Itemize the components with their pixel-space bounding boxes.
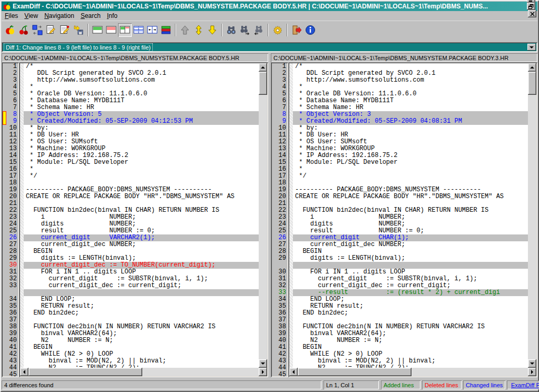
vertical-scroll-thumb[interactable] xyxy=(528,72,536,95)
show-second-pane-button[interactable] xyxy=(104,23,118,37)
toolbar-separator xyxy=(87,24,89,36)
scroll-right-button[interactable] xyxy=(528,368,536,376)
split-vertical-button[interactable] xyxy=(118,23,132,37)
compare-files-button[interactable] xyxy=(3,23,17,37)
code-line: END bin2dec; xyxy=(24,310,267,317)
binoculars-next-icon xyxy=(240,25,250,35)
menu-info[interactable]: Info xyxy=(104,12,121,20)
right-file-path: C:\DOCUME~1\ADMINI~1\LOCALS~1\Temp\DBMS_… xyxy=(271,53,537,62)
combo-dropdown-button[interactable] xyxy=(527,44,536,51)
diff-banner-text: Diff 1: Change lines 8 - 9 (left file) t… xyxy=(4,44,152,51)
scroll-left-button[interactable] xyxy=(289,368,298,376)
code-line: N2 NUMBER := N; xyxy=(293,337,536,344)
code-line: * Created/Modified: 05-SEP-2009 04:12:53… xyxy=(24,118,267,125)
horizontal-scroll-thumb[interactable] xyxy=(298,368,411,376)
scroll-up-button[interactable] xyxy=(528,63,536,72)
toolbar-separator xyxy=(175,24,176,36)
status-message: 4 differences found xyxy=(2,380,321,389)
show-first-pane-button[interactable] xyxy=(91,23,104,37)
options-button[interactable] xyxy=(271,23,285,37)
stacked-panes-icon xyxy=(161,25,171,35)
code-line: * Module: PL/SQL Developer xyxy=(24,159,267,166)
right-code-area[interactable]: /* DDL Script generated by SVCO 2.0.1 ht… xyxy=(288,62,537,377)
find-next-button[interactable] xyxy=(238,23,252,37)
four-panes-icon xyxy=(133,25,144,35)
scroll-up-button[interactable] xyxy=(259,63,267,72)
find-button[interactable] xyxy=(224,23,238,37)
left-code-area[interactable]: /* DDL Script generated by SVCO 2.0.1 ht… xyxy=(19,62,268,377)
code-line: CREATE OR REPLACE PACKAGE BODY "HR"."DBM… xyxy=(293,193,536,200)
code-line: * xyxy=(293,166,536,173)
save-differences-button[interactable] xyxy=(72,23,85,37)
horizontal-scroll-thumb[interactable] xyxy=(28,368,142,376)
fit-columns-button[interactable] xyxy=(145,23,159,37)
status-bar: 4 differences found Ln 1, Col 1 Added li… xyxy=(2,379,537,390)
exit-button[interactable] xyxy=(290,23,303,37)
code-line: */ xyxy=(24,173,267,180)
scroll-down-button[interactable] xyxy=(259,359,267,368)
code-line: END bin2dec; xyxy=(293,310,536,317)
current-diff-button[interactable] xyxy=(192,23,205,37)
legend-deleted-lines: Deleted lines xyxy=(422,380,462,389)
edit-second-file-button[interactable] xyxy=(58,23,72,37)
scroll-right-button[interactable] xyxy=(259,368,267,376)
menu-view[interactable]: View xyxy=(21,12,41,20)
swap-panes-button[interactable] xyxy=(31,23,44,37)
code-line: * Module: PL/SQL Developer xyxy=(293,159,536,166)
right-margin-strip xyxy=(289,63,293,376)
menu-bar: Files View Navigation Search Info xyxy=(2,11,537,21)
right-line-number-gutter: 1234567891011121314151617181920212223242… xyxy=(271,62,288,377)
stacked-panes-button[interactable] xyxy=(159,23,173,37)
current-diff-marker xyxy=(3,111,6,125)
scroll-left-button[interactable] xyxy=(20,368,28,376)
title-bar: ExamDiff - C:\DOCUME~1\ADMINI~1\LOCALS~1… xyxy=(2,2,537,11)
menu-files[interactable]: Files xyxy=(2,12,21,20)
line-number: 45 xyxy=(272,371,286,377)
about-button[interactable] xyxy=(303,23,317,37)
right-horizontal-scrollbar[interactable] xyxy=(289,368,536,376)
first-pane-icon xyxy=(92,25,103,35)
left-vertical-scrollbar[interactable] xyxy=(259,63,267,368)
left-margin-strip xyxy=(20,63,24,376)
left-file-path: C:\DOCUME~1\ADMINI~1\LOCALS~1\Temp\DBMS_… xyxy=(2,53,268,62)
arrow-up-disabled-icon xyxy=(180,25,190,35)
toolbar-separator xyxy=(287,24,288,36)
menu-navigation[interactable]: Navigation xyxy=(41,12,77,20)
window-title: ExamDiff - C:\DOCUME~1\ADMINI~1\LOCALS~1… xyxy=(13,3,526,10)
diff-selector-combo[interactable]: Diff 1: Change lines 8 - 9 (left file) t… xyxy=(2,42,537,52)
line-number: 29 xyxy=(272,255,286,262)
examdiff-pro-panel: ExamDiff Pro xyxy=(507,380,539,389)
compare-again-button[interactable] xyxy=(17,23,31,37)
code-line: * Created/Modified: 05-SEP-2009 04:08:31… xyxy=(293,118,536,125)
code-line: CREATE OR REPLACE PACKAGE BODY "HR"."DBM… xyxy=(24,193,267,200)
minimize-icon xyxy=(528,0,534,2)
exit-door-icon xyxy=(291,25,302,35)
right-file-pane: 1234567891011121314151617181920212223242… xyxy=(271,62,537,377)
code-line: current_digit_dec NUMBER; xyxy=(24,241,267,248)
scroll-down-button[interactable] xyxy=(528,359,536,368)
show-all-panes-button[interactable] xyxy=(132,23,145,37)
menu-search[interactable]: Search xyxy=(77,12,104,20)
swap-panes-icon xyxy=(32,25,43,35)
legend-changed-lines: Changed lines xyxy=(463,380,505,389)
find-previous-button[interactable] xyxy=(252,23,266,37)
next-diff-button[interactable] xyxy=(205,23,219,37)
left-horizontal-scrollbar[interactable] xyxy=(20,368,267,376)
binoculars-icon xyxy=(226,25,237,35)
right-vertical-scrollbar[interactable] xyxy=(528,63,536,368)
examdiff-pro-link[interactable]: ExamDiff Pro xyxy=(511,382,539,388)
app-apple-icon xyxy=(3,2,11,11)
code-line: */ xyxy=(293,173,536,180)
code-line: digits := LENGTH(binval); xyxy=(293,255,536,262)
previous-diff-button[interactable] xyxy=(178,23,192,37)
apple-icon xyxy=(5,25,15,35)
restore-button[interactable] xyxy=(527,3,535,10)
second-pane-icon xyxy=(106,25,116,35)
cherries-icon xyxy=(18,25,29,35)
vertical-scroll-thumb[interactable] xyxy=(259,72,267,95)
code-line: * xyxy=(24,166,267,173)
edit-first-file-button[interactable] xyxy=(44,23,58,37)
toolbar-separator xyxy=(221,24,222,36)
chevron-down-icon xyxy=(530,46,534,48)
arrow-right-icon xyxy=(531,370,533,374)
